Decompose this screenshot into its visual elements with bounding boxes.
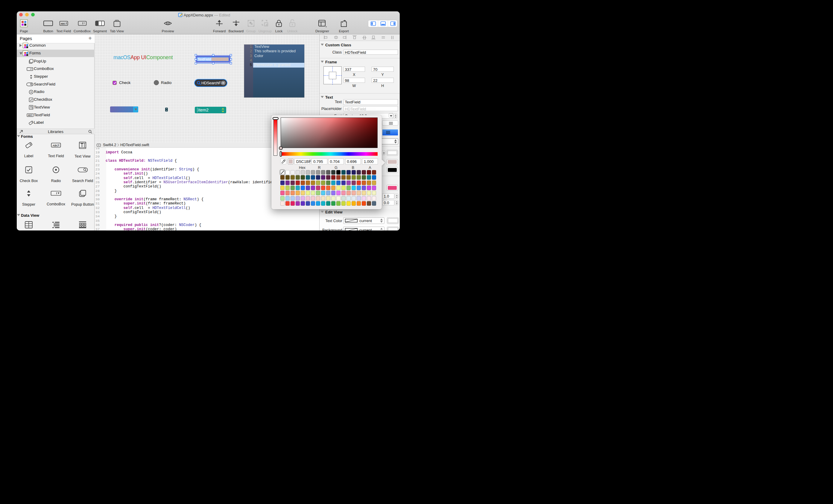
svg-text:ABC: ABC <box>28 114 32 116</box>
svg-text:ABC: ABC <box>53 144 58 147</box>
svg-text:ABC: ABC <box>61 22 66 25</box>
